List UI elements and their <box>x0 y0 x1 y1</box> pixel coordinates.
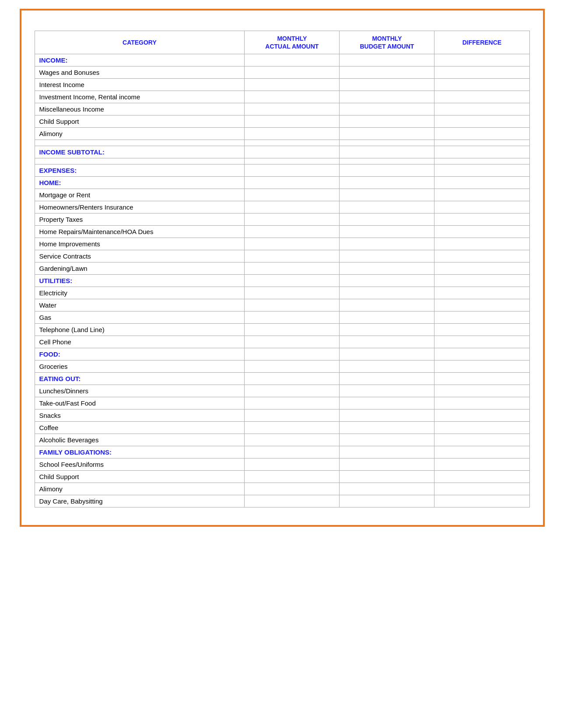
spacer-row <box>35 158 529 164</box>
table-row: Lunches/Dinners <box>35 385 529 397</box>
section-label: HOME: <box>35 177 245 189</box>
item-label: Take-out/Fast Food <box>35 397 245 410</box>
item-label: Miscellaneous Income <box>35 103 245 116</box>
section-label: EXPENSES: <box>35 164 245 177</box>
header-monthly-actual: MONTHLYACTUAL AMOUNT <box>245 31 340 54</box>
item-label: Homeowners/Renters Insurance <box>35 201 245 214</box>
item-label: Home Repairs/Maintenance/HOA Dues <box>35 226 245 238</box>
item-label: Cell Phone <box>35 336 245 348</box>
item-label: School Fees/Uniforms <box>35 458 245 471</box>
item-label: Child Support <box>35 116 245 128</box>
item-label: Coffee <box>35 422 245 434</box>
section-label: INCOME: <box>35 54 245 66</box>
table-row: Interest Income <box>35 79 529 91</box>
table-row: Telephone (Land Line) <box>35 324 529 336</box>
section-label: FAMILY OBLIGATIONS: <box>35 446 245 458</box>
item-label: Groceries <box>35 360 245 373</box>
item-label: Service Contracts <box>35 250 245 262</box>
item-label: Investment Income, Rental income <box>35 91 245 103</box>
section-header-row: EXPENSES: <box>35 164 529 177</box>
table-row: Coffee <box>35 422 529 434</box>
section-label: INCOME SUBTOTAL: <box>35 146 245 158</box>
budget-table: CATEGORY MONTHLYACTUAL AMOUNT MONTHLYBUD… <box>35 31 530 508</box>
section-header-row: FAMILY OBLIGATIONS: <box>35 446 529 458</box>
section-label: UTILITIES: <box>35 275 245 287</box>
header-difference: DIFFERENCE <box>434 31 529 54</box>
section-header-row: INCOME SUBTOTAL: <box>35 146 529 158</box>
table-row: Snacks <box>35 410 529 422</box>
header-monthly-budget: MONTHLYBUDGET AMOUNT <box>340 31 434 54</box>
table-row: Day Care, Babysitting <box>35 495 529 508</box>
table-row: Alcoholic Beverages <box>35 434 529 446</box>
table-row: Gas <box>35 312 529 324</box>
table-row: Miscellaneous Income <box>35 103 529 116</box>
item-label: Snacks <box>35 410 245 422</box>
table-row: Gardening/Lawn <box>35 262 529 275</box>
item-label: Day Care, Babysitting <box>35 495 245 508</box>
table-row: Mortgage or Rent <box>35 189 529 201</box>
table-row: Home Repairs/Maintenance/HOA Dues <box>35 226 529 238</box>
table-row: Water <box>35 299 529 312</box>
section-label: FOOD: <box>35 348 245 360</box>
table-row: Take-out/Fast Food <box>35 397 529 410</box>
table-row: Cell Phone <box>35 336 529 348</box>
item-label: Property Taxes <box>35 214 245 226</box>
table-row: Property Taxes <box>35 214 529 226</box>
spacer-row <box>35 140 529 146</box>
item-label: Wages and Bonuses <box>35 66 245 79</box>
item-label: Child Support <box>35 471 245 483</box>
table-row: School Fees/Uniforms <box>35 458 529 471</box>
header-category: CATEGORY <box>35 31 245 54</box>
item-label: Home Improvements <box>35 238 245 250</box>
item-label: Electricity <box>35 287 245 299</box>
item-label: Gardening/Lawn <box>35 262 245 275</box>
item-label: Alimony <box>35 128 245 140</box>
item-label: Interest Income <box>35 79 245 91</box>
table-row: Groceries <box>35 360 529 373</box>
item-label: Gas <box>35 312 245 324</box>
item-label: Mortgage or Rent <box>35 189 245 201</box>
table-row: Alimony <box>35 483 529 495</box>
table-row: Child Support <box>35 116 529 128</box>
table-row: Home Improvements <box>35 238 529 250</box>
table-row: Child Support <box>35 471 529 483</box>
section-header-row: FOOD: <box>35 348 529 360</box>
page-wrapper: CATEGORY MONTHLYACTUAL AMOUNT MONTHLYBUD… <box>20 9 545 527</box>
table-row: Service Contracts <box>35 250 529 262</box>
table-row: Wages and Bonuses <box>35 66 529 79</box>
table-row: Electricity <box>35 287 529 299</box>
section-header-row: HOME: <box>35 177 529 189</box>
section-header-row: INCOME: <box>35 54 529 66</box>
section-header-row: UTILITIES: <box>35 275 529 287</box>
item-label: Lunches/Dinners <box>35 385 245 397</box>
item-label: Alcoholic Beverages <box>35 434 245 446</box>
table-row: Homeowners/Renters Insurance <box>35 201 529 214</box>
item-label: Water <box>35 299 245 312</box>
table-row: Alimony <box>35 128 529 140</box>
table-row: Investment Income, Rental income <box>35 91 529 103</box>
section-label: EATING OUT: <box>35 373 245 385</box>
item-label: Telephone (Land Line) <box>35 324 245 336</box>
item-label: Alimony <box>35 483 245 495</box>
section-header-row: EATING OUT: <box>35 373 529 385</box>
